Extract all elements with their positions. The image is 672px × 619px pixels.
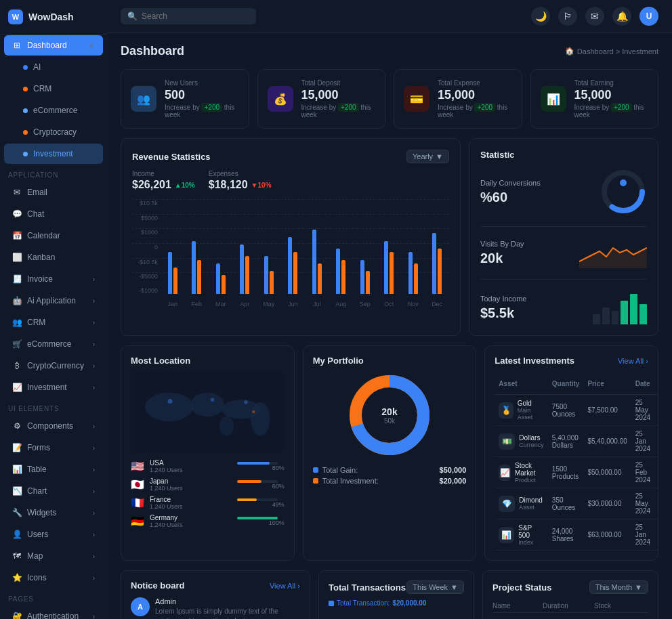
bar-pair <box>336 218 345 294</box>
sidebar-item-components[interactable]: ⚙ Components › <box>4 416 103 436</box>
chart-month-group <box>233 199 257 294</box>
map-card: Most Location <box>121 345 295 561</box>
project-filter[interactable]: This Month ▼ <box>589 580 648 594</box>
sidebar-item-authentication[interactable]: 🔐 Authentication › <box>4 606 103 619</box>
stat-card-new-users-content: New Users 500 Increase by +200 this week <box>165 79 239 119</box>
bar-pair <box>168 218 177 294</box>
asset-name: Gold <box>518 400 544 407</box>
new-users-icon: 👥 <box>131 86 156 112</box>
th-price: Price <box>583 372 631 395</box>
chart-month-label: Apr <box>233 301 257 307</box>
sidebar-item-invoice[interactable]: 🧾 Invoice › <box>4 269 103 289</box>
avatar[interactable]: U <box>639 7 658 26</box>
search-box[interactable]: 🔍 <box>121 8 256 24</box>
chevron-icon: › <box>93 574 95 582</box>
stat-card-deposit-content: Total Deposit 15,000 Increase by +200 th… <box>301 79 376 119</box>
sidebar-item-crm-app[interactable]: 👥 CRM › <box>4 312 103 333</box>
expense-stat: Expenses $18,120 ▼ 10% <box>209 170 272 191</box>
theme-toggle[interactable]: 🌙 <box>531 7 550 26</box>
td-status: Completed <box>654 519 658 551</box>
mail-icon[interactable]: ✉ <box>585 7 604 26</box>
income-label: Today Income <box>480 295 526 303</box>
asset-icon: 📈 <box>499 465 511 481</box>
country-users: 1,240 Users <box>150 485 232 492</box>
table-row: 💵 Dollars Currency 5,40,000 Dollars $5,4… <box>495 426 658 457</box>
bottom-row: Notice board View All › A Admin Lorem Ip… <box>121 570 658 619</box>
investment-icon: 📈 <box>12 383 22 392</box>
sidebar-item-investment[interactable]: Investment <box>4 144 103 164</box>
revenue-filter[interactable]: Yearly ▼ <box>406 150 449 163</box>
dot-ecommerce <box>23 108 28 113</box>
breadcrumb-text: Dashboard > Investment <box>577 47 658 56</box>
project-card: Project Status This Month ▼ Name Duratio… <box>482 570 658 619</box>
flag-icon[interactable]: 🏳 <box>558 7 577 26</box>
td-qty: 1500 Products <box>548 457 584 488</box>
world-map-svg <box>131 371 285 452</box>
asset-sub: Currency <box>519 442 544 448</box>
sidebar-item-investment-app[interactable]: 📈 Investment › <box>4 377 103 398</box>
bar-orange <box>173 268 177 294</box>
chevron-icon: › <box>93 509 95 517</box>
sidebar-item-email[interactable]: ✉ Email <box>4 182 103 202</box>
dot-investment <box>23 152 28 156</box>
stat-change: Increase by +200 this week <box>574 104 649 119</box>
notice-text: Lorem Ipsum is simply dummy text of the … <box>155 607 300 619</box>
table-row: 🥇 Gold Main Asset 7500 Ounces $7,500.00 … <box>495 395 658 426</box>
bar-orange <box>222 275 226 294</box>
chevron-icon: › <box>93 384 95 391</box>
daily-conversions-section: Daily Conversions %60 <box>480 168 647 227</box>
sidebar-item-table[interactable]: 📊 Table › <box>4 459 103 479</box>
sidebar-item-cryptocurrency[interactable]: ₿ CryptoCurrency › <box>4 356 103 376</box>
bar-blue <box>192 241 196 294</box>
sidebar-item-chat[interactable]: 💬 Chat <box>4 204 103 224</box>
chevron-icon: › <box>93 531 95 538</box>
map-placeholder <box>131 371 285 452</box>
revenue-card: Revenue Statistics Yearly ▼ Income $26,2… <box>121 138 461 336</box>
sidebar-item-ai-application[interactable]: 🤖 Ai Application › <box>4 291 103 311</box>
sidebar-item-icons[interactable]: ⭐ Icons › <box>4 568 103 588</box>
stat-card-deposit: 💰 Total Deposit 15,000 Increase by +200 … <box>257 69 386 129</box>
investments-card: Latest Investments View All › Asset Quan… <box>484 345 658 561</box>
sidebar-item-ecommerce[interactable]: eCommerce <box>4 100 103 121</box>
pct-label: 49% <box>237 501 285 508</box>
bar-orange <box>293 252 297 294</box>
total-gain-value: $50,000 <box>440 466 467 474</box>
sidebar-item-widgets[interactable]: 🔧 Widgets › <box>4 503 103 523</box>
sidebar-item-forms[interactable]: 📝 Forms › <box>4 437 103 458</box>
sidebar-item-map[interactable]: 🗺 Map › <box>4 546 103 566</box>
revenue-stats: Income $26,201 ▲ 10% Expenses $18,120 ▼ … <box>132 170 449 191</box>
notice-view-all[interactable]: View All › <box>270 582 300 590</box>
search-input[interactable] <box>142 12 249 21</box>
bar-orange <box>414 263 418 294</box>
pct-label: 80% <box>237 465 285 471</box>
sidebar-item-kanban[interactable]: ⬜ Kanban <box>4 247 103 268</box>
revenue-chart: $10.5k $5000 $1000 0 -$10.5k -$5000 -$10… <box>132 199 449 307</box>
sidebar-item-dashboard[interactable]: ⊞ Dashboard ▼ <box>4 35 103 56</box>
sidebar-item-chart[interactable]: 📉 Chart › <box>4 481 103 501</box>
table-icon: 📊 <box>12 465 22 474</box>
sidebar-item-calendar[interactable]: 📅 Calendar <box>4 226 103 246</box>
view-all-link[interactable]: View All › <box>618 357 648 365</box>
asset-name: Stock Market <box>515 462 544 477</box>
sidebar-item-users[interactable]: 👤 Users › <box>4 524 103 545</box>
trans-filter[interactable]: This Week ▼ <box>406 580 464 594</box>
sidebar-item-ecommerce-app[interactable]: 🛒 eCommerce › <box>4 334 103 354</box>
investments-title: Latest Investments <box>495 356 574 366</box>
widgets-icon: 🔧 <box>12 508 22 517</box>
badge-dot <box>329 601 334 606</box>
sidebar-item-cryptocracy[interactable]: Cryptocracy <box>4 122 103 142</box>
bar-blue <box>288 237 292 294</box>
visits-label: Visits By Day <box>480 240 524 248</box>
sidebar-item-crm[interactable]: CRM <box>4 79 103 99</box>
crypto-icon: ₿ <box>12 361 22 370</box>
td-asset: 📊 S&P 500 Index <box>495 519 548 551</box>
sidebar-item-ai[interactable]: AI <box>4 57 103 77</box>
asset-name: S&P 500 <box>518 524 544 539</box>
td-qty: 350 Ounces <box>548 488 584 519</box>
expense-value: $18,120 <box>209 179 248 191</box>
notification-icon[interactable]: 🔔 <box>612 7 631 26</box>
income-stat: Income $26,201 ▲ 10% <box>132 170 195 191</box>
chart-month-label: Dec <box>425 301 450 307</box>
sidebar: W WowDash ⊞ Dashboard ▼ AI CRM eCommerce… <box>0 0 107 619</box>
asset-icon: 📊 <box>499 527 514 543</box>
